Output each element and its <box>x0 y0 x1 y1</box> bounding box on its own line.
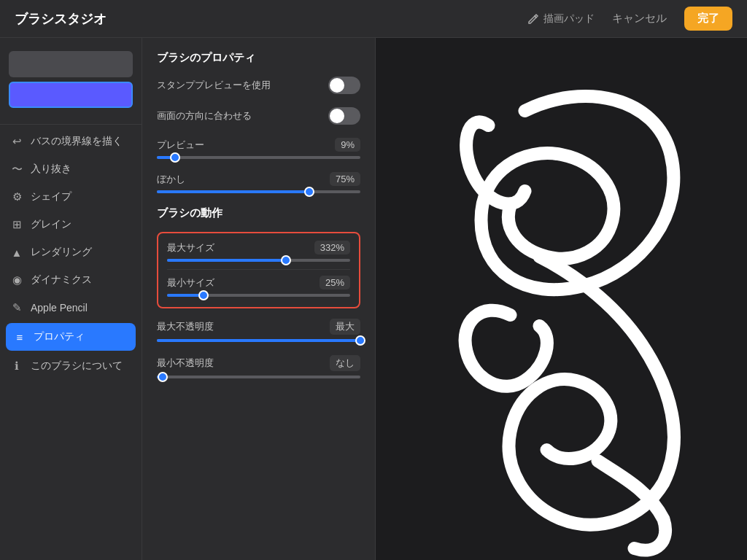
min-opacity-slider-track[interactable] <box>157 376 360 378</box>
sidebar-item-properties[interactable]: ≡ プロパティ <box>6 323 136 351</box>
drawing-pad-icon <box>527 13 539 25</box>
preview-slider-track[interactable] <box>157 156 360 159</box>
sidebar-item-grain-label: グレイン <box>31 218 71 231</box>
orientation-toggle[interactable] <box>328 107 360 125</box>
min-opacity-row: 最小不透明度 なし <box>157 355 360 378</box>
sidebar-item-rendering-label: レンダリング <box>31 246 92 259</box>
done-button[interactable]: 完了 <box>684 7 732 31</box>
rendering-icon: ▲ <box>10 246 23 259</box>
sidebar-item-taper[interactable]: 〜 入り抜き <box>0 155 142 183</box>
preview-label: プレビュー <box>157 139 204 152</box>
min-size-slider-thumb[interactable] <box>198 290 209 300</box>
top-bar-right: 描画パッド キャンセル 完了 <box>527 7 732 31</box>
sidebar-item-stroke-label: バスの境界線を描く <box>31 135 123 148</box>
stamp-preview-label-row: スタンププレビューを使用 <box>157 77 360 94</box>
sidebar-item-shape[interactable]: ⚙ シェイプ <box>0 183 142 211</box>
drawing-pad-button[interactable]: 描画パッド <box>527 12 595 26</box>
min-opacity-slider-thumb[interactable] <box>158 372 168 382</box>
preview-row: プレビュー 9% <box>157 138 360 159</box>
max-opacity-label-row: 最大不透明度 最大 <box>157 319 360 335</box>
max-size-row: 最大サイズ 332% <box>167 241 350 262</box>
brush-stroke-svg <box>376 38 747 560</box>
cancel-button[interactable]: キャンセル <box>603 7 676 30</box>
top-bar: ブラシスタジオ 描画パッド キャンセル 完了 <box>0 0 747 38</box>
max-size-slider-track[interactable] <box>167 259 350 262</box>
sidebar-item-dynamics-label: ダイナミクス <box>31 273 92 287</box>
app-title: ブラシスタジオ <box>15 10 107 28</box>
dynamics-icon: ◉ <box>10 273 23 287</box>
blur-slider-thumb[interactable] <box>304 187 314 197</box>
blur-slider-track[interactable] <box>157 190 360 193</box>
canvas-area[interactable] <box>376 38 747 560</box>
sidebar-item-about-label: このブラシについて <box>31 359 123 373</box>
sidebar: ↩ バスの境界線を描く 〜 入り抜き ⚙ シェイプ ⊞ グレイン ▲ レンダリン… <box>0 38 142 560</box>
stamp-preview-label: スタンププレビューを使用 <box>157 79 271 92</box>
max-opacity-slider-thumb[interactable] <box>355 335 365 346</box>
sidebar-item-apple-pencil-label: Apple Pencil <box>31 302 88 314</box>
properties-icon: ≡ <box>13 330 26 343</box>
orientation-label: 画面の方向に合わせる <box>157 109 252 122</box>
blur-row: ぼかし 75% <box>157 172 360 193</box>
sidebar-item-grain[interactable]: ⊞ グレイン <box>0 211 142 238</box>
sidebar-item-properties-label: プロパティ <box>34 330 85 343</box>
min-opacity-label: 最小不透明度 <box>157 357 214 370</box>
sidebar-item-about[interactable]: ℹ このブラシについて <box>0 352 142 380</box>
stamp-preview-row: スタンププレビューを使用 <box>157 77 360 94</box>
brush-preview-2[interactable] <box>9 82 133 108</box>
sidebar-item-apple-pencil[interactable]: ✎ Apple Pencil <box>0 294 142 322</box>
min-size-label-row: 最小サイズ 25% <box>167 276 350 289</box>
max-opacity-row: 最大不透明度 最大 <box>157 319 360 342</box>
sidebar-item-dynamics[interactable]: ◉ ダイナミクス <box>0 266 142 294</box>
sidebar-item-stroke[interactable]: ↩ バスの境界線を描く <box>0 128 142 155</box>
section-divider-1 <box>167 269 350 270</box>
max-opacity-slider-track[interactable] <box>157 339 360 342</box>
brush-preview-area <box>0 45 142 114</box>
max-opacity-label: 最大不透明度 <box>157 320 214 333</box>
sidebar-divider-top <box>0 124 142 125</box>
preview-slider-thumb[interactable] <box>170 152 180 163</box>
max-size-slider-fill <box>167 259 286 262</box>
main-layout: ↩ バスの境界線を描く 〜 入り抜き ⚙ シェイプ ⊞ グレイン ▲ レンダリン… <box>0 38 747 560</box>
orientation-row: 画面の方向に合わせる <box>157 107 360 125</box>
max-size-label: 最大サイズ <box>167 241 214 254</box>
brush-action-section: 最大サイズ 332% 最小サイズ 25% <box>157 232 360 308</box>
grain-icon: ⊞ <box>10 218 23 231</box>
min-size-label: 最小サイズ <box>167 276 214 289</box>
properties-panel: ブラシのプロパティ スタンププレビューを使用 画面の方向に合わせる プレビュー … <box>142 38 376 560</box>
brush-action-title: ブラシの動作 <box>157 206 360 220</box>
shape-icon: ⚙ <box>10 190 23 203</box>
min-size-row: 最小サイズ 25% <box>167 276 350 297</box>
min-opacity-value: なし <box>330 355 360 371</box>
brush-properties-title: ブラシのプロパティ <box>157 51 360 65</box>
max-size-value: 332% <box>314 241 350 254</box>
max-opacity-slider-fill <box>157 339 360 342</box>
blur-value: 75% <box>330 172 360 186</box>
blur-slider-fill <box>157 190 309 193</box>
about-icon: ℹ <box>10 359 23 373</box>
max-size-label-row: 最大サイズ 332% <box>167 241 350 254</box>
stroke-icon: ↩ <box>10 135 23 148</box>
sidebar-item-taper-label: 入り抜き <box>31 163 71 176</box>
orientation-label-row: 画面の方向に合わせる <box>157 107 360 125</box>
taper-icon: 〜 <box>10 163 23 176</box>
preview-label-row: プレビュー 9% <box>157 138 360 152</box>
blur-label: ぼかし <box>157 173 185 186</box>
min-size-slider-track[interactable] <box>167 294 350 297</box>
stamp-preview-toggle[interactable] <box>328 77 360 94</box>
min-opacity-label-row: 最小不透明度 なし <box>157 355 360 371</box>
sidebar-item-rendering[interactable]: ▲ レンダリング <box>0 238 142 266</box>
sidebar-item-shape-label: シェイプ <box>31 190 71 203</box>
min-size-value: 25% <box>320 276 350 289</box>
brush-preview-1[interactable] <box>9 51 133 77</box>
apple-pencil-icon: ✎ <box>10 301 23 314</box>
max-opacity-value: 最大 <box>330 319 360 335</box>
blur-label-row: ぼかし 75% <box>157 172 360 186</box>
max-size-slider-thumb[interactable] <box>281 255 291 265</box>
preview-value: 9% <box>335 138 360 152</box>
